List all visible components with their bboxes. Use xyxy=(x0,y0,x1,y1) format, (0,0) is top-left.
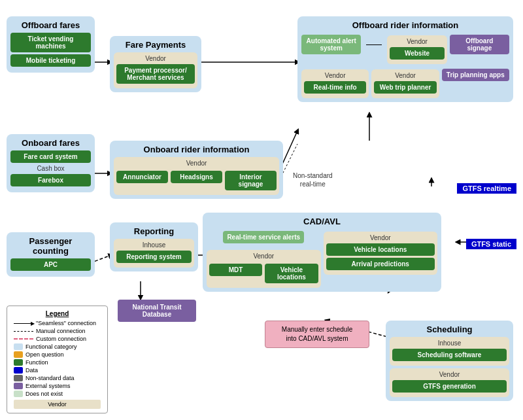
website-btn: Website xyxy=(390,47,444,60)
legend-title: Legend xyxy=(14,310,101,317)
national-transit-btn: National Transit Database xyxy=(118,300,196,322)
payment-processor-btn: Payment processor/ Merchant services xyxy=(116,64,195,84)
non-standard-label: Non-standardreal-time xyxy=(293,171,333,188)
interior-signage-btn: Interior signage xyxy=(225,171,277,190)
scheduling-inhouse-box: Inhouse Scheduling software xyxy=(390,337,509,366)
farebox-btn: Farebox xyxy=(10,174,91,186)
onboard-rider-box: Onboard rider information Vendor Annunci… xyxy=(110,141,283,199)
legend-does-not-exist: Does not exist xyxy=(14,391,101,397)
reporting-box: Reporting Inhouse Reporting system xyxy=(110,222,198,271)
manual-enter-label: Manually enter scheduleinto CAD/AVL syst… xyxy=(265,321,369,348)
scheduling-box: Scheduling Inhouse Scheduling software V… xyxy=(386,321,513,401)
onboard-fares-title: Onboard fares xyxy=(10,138,91,148)
onboard-vendor-label: Vendor xyxy=(116,160,277,167)
offboard-signage-btn: Offboard signage xyxy=(450,35,509,54)
offboard-fares-title: Offboard fares xyxy=(10,20,91,30)
legend-data: Data xyxy=(14,367,101,374)
gtfs-generation-btn: GTFS generation xyxy=(392,380,507,393)
onboard-vendor-box: Vendor Annunciator Headsigns Interior si… xyxy=(114,157,279,195)
legend-nonstandard: Non-standard data xyxy=(14,375,101,381)
headsigns-btn: Headsigns xyxy=(171,171,222,183)
fare-payments-box: Fare Payments Vendor Payment processor/ … xyxy=(110,36,201,92)
legend-function: Function xyxy=(14,359,101,366)
legend-vendor: Vendor xyxy=(14,400,101,409)
legend-seamless: ▶ "Seamless" connection xyxy=(14,320,101,326)
gtfs-static-badge: GTFS static xyxy=(466,239,516,249)
fare-vendor-label: Vendor xyxy=(116,55,195,62)
cad-avl-title: CAD/AVL xyxy=(207,217,437,226)
ticket-vending-btn: Ticket vending machines xyxy=(10,33,91,52)
fare-payments-title: Fare Payments xyxy=(114,40,197,50)
reporting-system-btn: Reporting system xyxy=(116,251,192,263)
reporting-inhouse-box: Inhouse Reporting system xyxy=(114,239,194,268)
offboard-rider-box: Offboard rider information Automated ale… xyxy=(297,16,513,102)
scheduling-title: Scheduling xyxy=(390,324,509,334)
annunciator-btn: Annunciator xyxy=(116,171,168,183)
website-vendor-box: Vendor Website xyxy=(387,35,447,64)
fare-vendor-box: Vendor Payment processor/ Merchant servi… xyxy=(114,52,197,88)
arrival-predictions-btn: Arrival predictions xyxy=(326,258,435,270)
cad-vendor-box: Vendor MDT Vehicle locations xyxy=(207,250,321,288)
passenger-counting-title: Passenger counting xyxy=(10,236,91,256)
onboard-rider-title: Onboard rider information xyxy=(114,145,279,154)
web-trip-btn: Web trip planner xyxy=(374,81,436,94)
realtime-alerts-btn: Real-time service alerts xyxy=(223,231,304,243)
onboard-fares-box: Onboard fares Fare card system Cash box … xyxy=(7,134,95,192)
cad-vehicle-locations-btn: Vehicle locations xyxy=(265,264,318,283)
legend-custom: Custom connection xyxy=(14,336,101,342)
mdt-btn: MDT xyxy=(209,264,262,276)
fare-card-btn: Fare card system xyxy=(10,150,91,163)
automated-alert-btn: Automated alert system xyxy=(301,35,361,54)
trip-planning-btn: Trip planning apps xyxy=(442,69,509,81)
cad-avl-box: CAD/AVL Real-time service alerts Vendor … xyxy=(203,213,441,292)
cash-box-label: Cash box xyxy=(10,165,91,172)
cad-vehicle-locations2-btn: Vehicle locations xyxy=(326,243,435,256)
scheduling-software-btn: Scheduling software xyxy=(392,349,507,361)
cad-vendor2-box: Vendor Vehicle locations Arrival predict… xyxy=(324,232,438,275)
legend-manual: Manual connection xyxy=(14,328,101,334)
legend-open-question: Open question xyxy=(14,351,101,358)
scheduling-vendor-box: Vendor GTFS generation xyxy=(390,368,509,397)
realtime-info-vendor-box: Vendor Real-time info xyxy=(301,69,369,98)
realtime-info-btn: Real-time info xyxy=(304,81,366,94)
apc-btn: APC xyxy=(10,258,91,271)
legend-functional-cat: Functional category xyxy=(14,343,101,350)
gtfs-realtime-badge: GTFS realtime xyxy=(457,183,516,194)
svg-line-3 xyxy=(281,131,297,167)
reporting-title: Reporting xyxy=(114,226,194,236)
offboard-rider-title: Offboard rider information xyxy=(301,20,509,30)
legend-box: Legend ▶ "Seamless" connection Manual co… xyxy=(7,306,108,413)
legend-external: External systems xyxy=(14,383,101,389)
web-trip-vendor-box: Vendor Web trip planner xyxy=(371,69,439,98)
mobile-ticketing-btn: Mobile ticketing xyxy=(10,54,91,67)
passenger-counting-box: Passenger counting APC xyxy=(7,232,95,277)
offboard-fares-box: Offboard fares Ticket vending machines M… xyxy=(7,16,95,73)
